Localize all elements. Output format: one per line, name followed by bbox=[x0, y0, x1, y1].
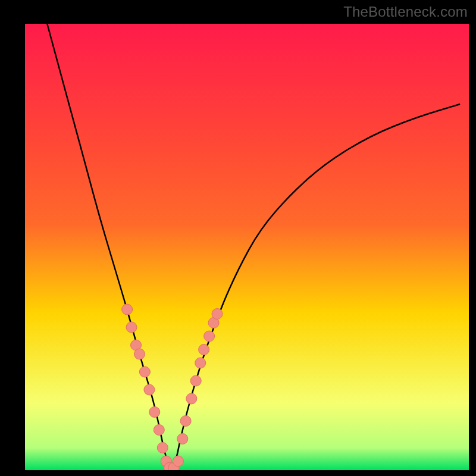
gradient-background bbox=[25, 24, 469, 470]
highlight-dot bbox=[154, 425, 164, 436]
highlight-dot bbox=[180, 416, 191, 427]
highlight-dot bbox=[144, 384, 155, 395]
highlight-dot bbox=[199, 345, 209, 355]
highlight-dot bbox=[186, 393, 197, 404]
highlight-dot bbox=[157, 443, 168, 453]
watermark-text: TheBottleneck.com bbox=[343, 4, 468, 20]
highlight-dot bbox=[134, 349, 145, 359]
chart-frame: TheBottleneck.com bbox=[0, 0, 476, 476]
highlight-dot bbox=[212, 309, 223, 320]
plot-area bbox=[25, 24, 469, 470]
highlight-dot bbox=[126, 322, 137, 333]
highlight-dot bbox=[177, 434, 188, 444]
highlight-dot bbox=[190, 375, 201, 386]
highlight-dot bbox=[139, 367, 150, 377]
highlight-dot bbox=[204, 331, 215, 342]
chart-svg bbox=[25, 24, 469, 470]
highlight-dot bbox=[149, 407, 160, 418]
highlight-dot bbox=[173, 456, 183, 466]
highlight-dot bbox=[195, 358, 206, 368]
highlight-dot bbox=[122, 304, 133, 315]
